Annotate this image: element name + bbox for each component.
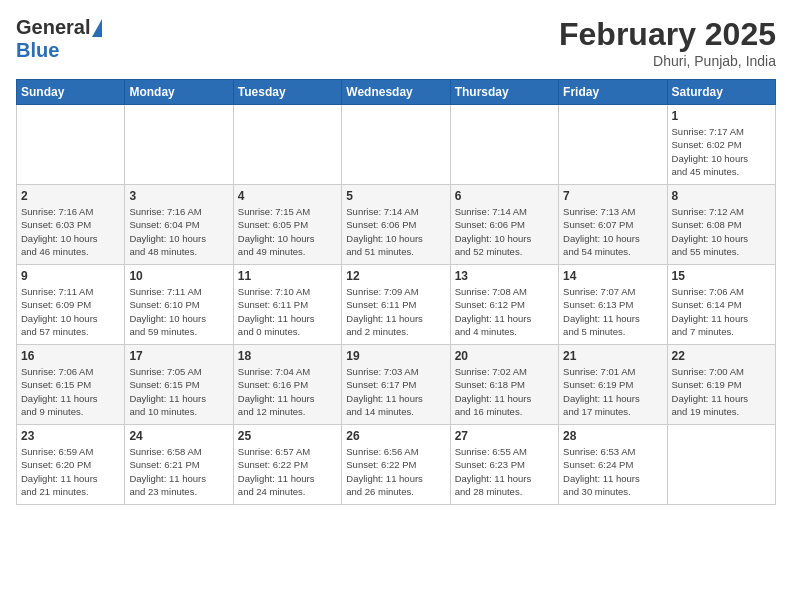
day-number: 26 xyxy=(346,429,445,443)
calendar-cell-1-4: 6Sunrise: 7:14 AM Sunset: 6:06 PM Daylig… xyxy=(450,185,558,265)
day-number: 4 xyxy=(238,189,337,203)
day-info: Sunrise: 7:08 AM Sunset: 6:12 PM Dayligh… xyxy=(455,285,554,338)
calendar-header-friday: Friday xyxy=(559,80,667,105)
calendar-cell-2-3: 12Sunrise: 7:09 AM Sunset: 6:11 PM Dayli… xyxy=(342,265,450,345)
day-info: Sunrise: 7:11 AM Sunset: 6:10 PM Dayligh… xyxy=(129,285,228,338)
calendar-cell-1-6: 8Sunrise: 7:12 AM Sunset: 6:08 PM Daylig… xyxy=(667,185,775,265)
calendar-cell-3-5: 21Sunrise: 7:01 AM Sunset: 6:19 PM Dayli… xyxy=(559,345,667,425)
calendar-week-3: 16Sunrise: 7:06 AM Sunset: 6:15 PM Dayli… xyxy=(17,345,776,425)
calendar-header-row: SundayMondayTuesdayWednesdayThursdayFrid… xyxy=(17,80,776,105)
calendar-week-2: 9Sunrise: 7:11 AM Sunset: 6:09 PM Daylig… xyxy=(17,265,776,345)
calendar-cell-3-6: 22Sunrise: 7:00 AM Sunset: 6:19 PM Dayli… xyxy=(667,345,775,425)
day-number: 24 xyxy=(129,429,228,443)
calendar-cell-1-1: 3Sunrise: 7:16 AM Sunset: 6:04 PM Daylig… xyxy=(125,185,233,265)
calendar-cell-0-0 xyxy=(17,105,125,185)
day-info: Sunrise: 6:57 AM Sunset: 6:22 PM Dayligh… xyxy=(238,445,337,498)
day-number: 7 xyxy=(563,189,662,203)
calendar-cell-3-2: 18Sunrise: 7:04 AM Sunset: 6:16 PM Dayli… xyxy=(233,345,341,425)
day-number: 12 xyxy=(346,269,445,283)
day-info: Sunrise: 7:11 AM Sunset: 6:09 PM Dayligh… xyxy=(21,285,120,338)
calendar-cell-0-3 xyxy=(342,105,450,185)
calendar-cell-0-6: 1Sunrise: 7:17 AM Sunset: 6:02 PM Daylig… xyxy=(667,105,775,185)
logo-general: General xyxy=(16,16,90,39)
day-number: 25 xyxy=(238,429,337,443)
calendar-week-1: 2Sunrise: 7:16 AM Sunset: 6:03 PM Daylig… xyxy=(17,185,776,265)
day-number: 8 xyxy=(672,189,771,203)
day-info: Sunrise: 7:10 AM Sunset: 6:11 PM Dayligh… xyxy=(238,285,337,338)
calendar-cell-4-1: 24Sunrise: 6:58 AM Sunset: 6:21 PM Dayli… xyxy=(125,425,233,505)
calendar-header-wednesday: Wednesday xyxy=(342,80,450,105)
day-info: Sunrise: 7:00 AM Sunset: 6:19 PM Dayligh… xyxy=(672,365,771,418)
day-number: 21 xyxy=(563,349,662,363)
day-number: 16 xyxy=(21,349,120,363)
day-info: Sunrise: 7:06 AM Sunset: 6:14 PM Dayligh… xyxy=(672,285,771,338)
calendar-cell-2-2: 11Sunrise: 7:10 AM Sunset: 6:11 PM Dayli… xyxy=(233,265,341,345)
day-number: 9 xyxy=(21,269,120,283)
calendar-week-0: 1Sunrise: 7:17 AM Sunset: 6:02 PM Daylig… xyxy=(17,105,776,185)
calendar-cell-2-4: 13Sunrise: 7:08 AM Sunset: 6:12 PM Dayli… xyxy=(450,265,558,345)
calendar-cell-0-2 xyxy=(233,105,341,185)
calendar-cell-0-5 xyxy=(559,105,667,185)
calendar-cell-0-1 xyxy=(125,105,233,185)
title-area: February 2025 Dhuri, Punjab, India xyxy=(559,16,776,69)
calendar-cell-4-4: 27Sunrise: 6:55 AM Sunset: 6:23 PM Dayli… xyxy=(450,425,558,505)
day-number: 2 xyxy=(21,189,120,203)
day-number: 15 xyxy=(672,269,771,283)
calendar-header-thursday: Thursday xyxy=(450,80,558,105)
calendar-header-tuesday: Tuesday xyxy=(233,80,341,105)
calendar-cell-3-4: 20Sunrise: 7:02 AM Sunset: 6:18 PM Dayli… xyxy=(450,345,558,425)
calendar-cell-2-5: 14Sunrise: 7:07 AM Sunset: 6:13 PM Dayli… xyxy=(559,265,667,345)
day-info: Sunrise: 7:16 AM Sunset: 6:03 PM Dayligh… xyxy=(21,205,120,258)
calendar-cell-3-3: 19Sunrise: 7:03 AM Sunset: 6:17 PM Dayli… xyxy=(342,345,450,425)
day-info: Sunrise: 7:05 AM Sunset: 6:15 PM Dayligh… xyxy=(129,365,228,418)
logo-text: General xyxy=(16,16,102,39)
calendar-cell-3-0: 16Sunrise: 7:06 AM Sunset: 6:15 PM Dayli… xyxy=(17,345,125,425)
day-number: 10 xyxy=(129,269,228,283)
day-info: Sunrise: 6:59 AM Sunset: 6:20 PM Dayligh… xyxy=(21,445,120,498)
day-info: Sunrise: 7:02 AM Sunset: 6:18 PM Dayligh… xyxy=(455,365,554,418)
location: Dhuri, Punjab, India xyxy=(559,53,776,69)
calendar-cell-3-1: 17Sunrise: 7:05 AM Sunset: 6:15 PM Dayli… xyxy=(125,345,233,425)
day-number: 22 xyxy=(672,349,771,363)
day-info: Sunrise: 7:15 AM Sunset: 6:05 PM Dayligh… xyxy=(238,205,337,258)
calendar-header-saturday: Saturday xyxy=(667,80,775,105)
day-info: Sunrise: 7:17 AM Sunset: 6:02 PM Dayligh… xyxy=(672,125,771,178)
day-info: Sunrise: 7:14 AM Sunset: 6:06 PM Dayligh… xyxy=(346,205,445,258)
day-info: Sunrise: 7:14 AM Sunset: 6:06 PM Dayligh… xyxy=(455,205,554,258)
header: General Blue February 2025 Dhuri, Punjab… xyxy=(16,16,776,69)
day-info: Sunrise: 6:53 AM Sunset: 6:24 PM Dayligh… xyxy=(563,445,662,498)
day-number: 17 xyxy=(129,349,228,363)
day-number: 14 xyxy=(563,269,662,283)
day-number: 23 xyxy=(21,429,120,443)
calendar-cell-1-2: 4Sunrise: 7:15 AM Sunset: 6:05 PM Daylig… xyxy=(233,185,341,265)
logo-area: General Blue xyxy=(16,16,102,62)
calendar-cell-2-0: 9Sunrise: 7:11 AM Sunset: 6:09 PM Daylig… xyxy=(17,265,125,345)
calendar-cell-1-0: 2Sunrise: 7:16 AM Sunset: 6:03 PM Daylig… xyxy=(17,185,125,265)
day-number: 1 xyxy=(672,109,771,123)
calendar-cell-4-3: 26Sunrise: 6:56 AM Sunset: 6:22 PM Dayli… xyxy=(342,425,450,505)
calendar-cell-1-5: 7Sunrise: 7:13 AM Sunset: 6:07 PM Daylig… xyxy=(559,185,667,265)
day-info: Sunrise: 7:01 AM Sunset: 6:19 PM Dayligh… xyxy=(563,365,662,418)
day-info: Sunrise: 7:16 AM Sunset: 6:04 PM Dayligh… xyxy=(129,205,228,258)
page: General Blue February 2025 Dhuri, Punjab… xyxy=(0,0,792,612)
calendar-cell-4-6 xyxy=(667,425,775,505)
calendar-cell-2-6: 15Sunrise: 7:06 AM Sunset: 6:14 PM Dayli… xyxy=(667,265,775,345)
day-info: Sunrise: 7:09 AM Sunset: 6:11 PM Dayligh… xyxy=(346,285,445,338)
calendar-cell-0-4 xyxy=(450,105,558,185)
day-number: 6 xyxy=(455,189,554,203)
day-info: Sunrise: 7:03 AM Sunset: 6:17 PM Dayligh… xyxy=(346,365,445,418)
day-number: 13 xyxy=(455,269,554,283)
day-info: Sunrise: 6:56 AM Sunset: 6:22 PM Dayligh… xyxy=(346,445,445,498)
calendar: SundayMondayTuesdayWednesdayThursdayFrid… xyxy=(16,79,776,505)
day-info: Sunrise: 7:12 AM Sunset: 6:08 PM Dayligh… xyxy=(672,205,771,258)
day-info: Sunrise: 7:13 AM Sunset: 6:07 PM Dayligh… xyxy=(563,205,662,258)
calendar-cell-4-2: 25Sunrise: 6:57 AM Sunset: 6:22 PM Dayli… xyxy=(233,425,341,505)
day-number: 19 xyxy=(346,349,445,363)
day-number: 20 xyxy=(455,349,554,363)
logo-blue: Blue xyxy=(16,39,59,62)
month-title: February 2025 xyxy=(559,16,776,53)
day-info: Sunrise: 7:04 AM Sunset: 6:16 PM Dayligh… xyxy=(238,365,337,418)
day-info: Sunrise: 6:55 AM Sunset: 6:23 PM Dayligh… xyxy=(455,445,554,498)
calendar-header-monday: Monday xyxy=(125,80,233,105)
day-number: 18 xyxy=(238,349,337,363)
